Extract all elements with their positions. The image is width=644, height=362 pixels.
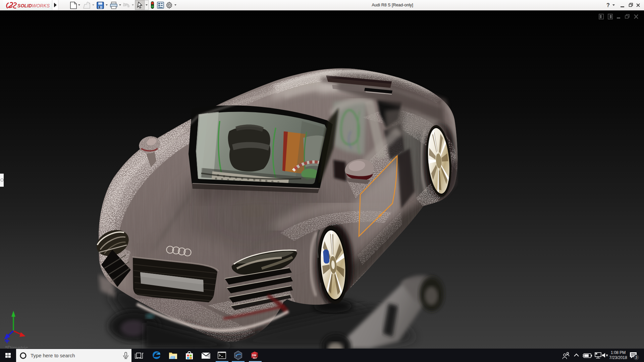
svg-text:SW: SW	[252, 354, 257, 357]
svg-text:SOLIDWORKS: SOLIDWORKS	[17, 3, 50, 8]
svg-text:2017: 2017	[253, 357, 257, 359]
svg-text:3: 3	[635, 355, 637, 359]
svg-text:C:\_: C:\_	[219, 352, 221, 353]
svg-text:?: ?	[606, 2, 610, 8]
